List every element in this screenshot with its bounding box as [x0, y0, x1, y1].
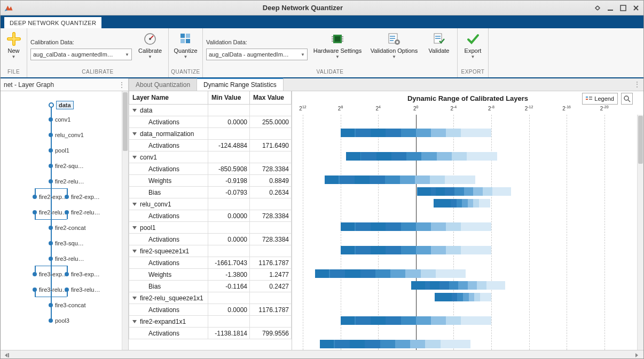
graph-node[interactable]: fire3-exp…	[33, 271, 68, 277]
expand-icon[interactable]	[593, 4, 602, 12]
svg-rect-23	[589, 99, 592, 100]
graph-node[interactable]: fire2-exp…	[33, 194, 68, 200]
axis-tick: 2-16	[562, 105, 571, 111]
graph-node[interactable]: fire3-concat	[49, 302, 85, 308]
node-dot-icon	[49, 303, 53, 307]
graph-node[interactable]: pool1	[49, 147, 69, 154]
expand-tri-icon[interactable]	[132, 109, 137, 112]
col-layer-name[interactable]: Layer Name	[129, 91, 208, 105]
expand-tri-icon[interactable]	[132, 156, 137, 159]
table-row[interactable]: Activations0.0000728.3384	[129, 234, 292, 245]
calibrate-button[interactable]: Calibrate ▼	[135, 30, 165, 69]
legend-button[interactable]: Legend	[582, 93, 618, 105]
expand-tri-icon[interactable]	[132, 320, 137, 323]
graph-node[interactable]: relu_conv1	[49, 132, 84, 138]
gridline	[341, 115, 341, 350]
table-row[interactable]: Activations0.0000255.0000	[129, 116, 292, 128]
expand-tri-icon[interactable]	[132, 132, 137, 135]
graph-node[interactable]: data	[49, 101, 74, 109]
matlab-logo-icon	[4, 3, 13, 13]
table-row[interactable]: fire2-squeeze1x1	[129, 245, 292, 257]
table-row[interactable]: Activations0.0000728.3384	[129, 210, 292, 222]
heatmap-row	[292, 222, 637, 231]
chevron-down-icon: ▼	[125, 52, 129, 57]
table-row[interactable]: conv1	[129, 151, 292, 163]
scroll-left-icon[interactable]	[4, 352, 11, 358]
tab-dynamic-range-stats[interactable]: Dynamic Range Statistics	[197, 78, 284, 91]
gridline	[491, 115, 492, 350]
scrollbar-thumb[interactable]	[638, 116, 643, 164]
table-row[interactable]: Bias-0.07930.2634	[129, 187, 292, 198]
status-bar	[1, 350, 643, 359]
main-area: net - Layer Graph ⋮ dataconv1relu_conv1p…	[1, 78, 643, 350]
dropdown-icon: ▼	[12, 54, 16, 59]
gridline	[567, 115, 567, 350]
graph-node[interactable]: fire3-squ…	[49, 240, 84, 246]
col-max-value[interactable]: Max Value	[250, 91, 292, 105]
validation-data-label: Validation Data:	[206, 39, 308, 45]
validate-button[interactable]: Validate	[424, 30, 454, 69]
hardware-settings-button[interactable]: Hardware Settings ▼	[311, 30, 364, 69]
node-label: pool3	[55, 317, 69, 324]
table-row[interactable]: Activations-124.4884171.6490	[129, 140, 292, 151]
graph-node[interactable]: fire2-concat	[49, 225, 85, 231]
table-row[interactable]: data	[129, 105, 292, 116]
scrollbar[interactable]	[637, 115, 643, 350]
table-row[interactable]: Bias-0.11640.2427	[129, 281, 292, 292]
tab-about-quantization[interactable]: About Quantization	[129, 78, 197, 91]
table-row[interactable]: Activations0.00001176.1787	[129, 304, 292, 316]
table-row[interactable]: Activations-850.5908728.3384	[129, 163, 292, 175]
graph-node[interactable]: fire2-relu…	[33, 209, 68, 216]
expand-tri-icon[interactable]	[132, 297, 137, 300]
node-dot-icon	[33, 272, 37, 276]
scroll-right-icon[interactable]	[633, 352, 640, 358]
close-icon[interactable]	[632, 4, 640, 12]
table-row[interactable]: fire2-expand1x1	[129, 316, 292, 328]
expand-tri-icon[interactable]	[132, 250, 137, 253]
heatmap-row	[292, 340, 637, 348]
scrollbar-thumb[interactable]	[123, 92, 128, 151]
graph-node[interactable]: conv1	[49, 116, 70, 123]
pane-menu-icon[interactable]: ⋮	[119, 81, 125, 89]
node-dot-icon	[33, 288, 37, 292]
new-button[interactable]: New ▼	[4, 30, 23, 69]
graph-node[interactable]: fire2-relu…	[49, 178, 84, 185]
graph-node[interactable]: fire2-relu…	[65, 209, 100, 216]
table-row[interactable]: Activations-1661.70431176.1787	[129, 257, 292, 269]
table-row[interactable]: Weights-0.91980.8849	[129, 175, 292, 187]
table-row[interactable]: data_normalization	[129, 128, 292, 140]
col-min-value[interactable]: Min Value	[208, 91, 250, 105]
validation-options-button[interactable]: Validation Options ▼	[367, 30, 421, 69]
calibration-data-combo[interactable]: aug_calData - augmentedIm… ▼	[30, 49, 132, 60]
table-row[interactable]: Weights-1.38001.2477	[129, 269, 292, 281]
node-label: pool1	[55, 147, 69, 154]
maximize-icon[interactable]	[619, 4, 627, 12]
pane-menu-icon[interactable]: ⋮	[634, 81, 640, 88]
scrollbar[interactable]	[122, 91, 128, 350]
node-dot-icon	[49, 133, 53, 137]
graph-node[interactable]: fire3-relu…	[65, 286, 100, 293]
table-row[interactable]: pool1	[129, 222, 292, 234]
chevron-down-icon: ▼	[301, 52, 305, 57]
validation-data-combo[interactable]: aug_calData - augmentedIm… ▼	[206, 49, 308, 60]
graph-node[interactable]: fire3-exp…	[65, 271, 100, 277]
quantize-button[interactable]: Quantize ▼	[172, 30, 199, 69]
expand-tri-icon[interactable]	[132, 226, 137, 229]
graph-node[interactable]: fire2-exp…	[65, 194, 100, 200]
minimize-icon[interactable]	[606, 4, 615, 12]
ribbon-tab-main[interactable]: DEEP NETWORK QUANTIZER	[4, 17, 102, 28]
table-row[interactable]: fire2-relu_squeeze1x1	[129, 292, 292, 304]
expand-tri-icon[interactable]	[132, 203, 137, 206]
table-row[interactable]: relu_conv1	[129, 198, 292, 210]
graph-node[interactable]: pool3	[49, 317, 69, 324]
zoom-button[interactable]	[621, 93, 633, 105]
chart-body[interactable]	[292, 115, 643, 350]
table-row[interactable]: Activations-1138.1814799.9556	[129, 328, 292, 339]
export-button[interactable]: Export ▼	[461, 30, 485, 69]
graph-node[interactable]: fire3-relu…	[33, 286, 68, 293]
layer-graph-canvas[interactable]: dataconv1relu_conv1pool1fire2-squ…fire2-…	[1, 91, 128, 350]
node-label: fire3-relu…	[71, 286, 100, 293]
graph-node[interactable]: fire3-relu…	[49, 256, 84, 262]
graph-node[interactable]: fire2-squ…	[49, 163, 84, 169]
check-doc-icon	[431, 31, 446, 46]
